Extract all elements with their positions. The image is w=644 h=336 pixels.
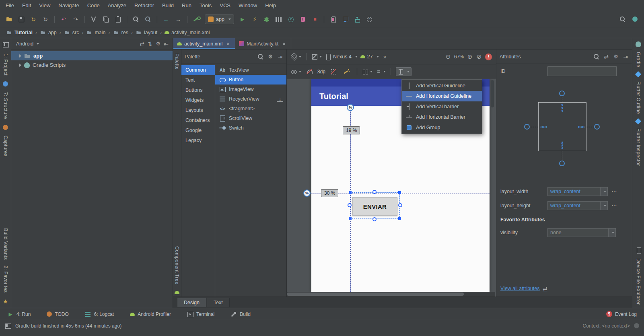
make-project-button[interactable] bbox=[191, 14, 202, 25]
breadcrumb-layout[interactable]: layout bbox=[134, 29, 158, 36]
toolwindow-tab-gradle[interactable]: Gradle bbox=[636, 52, 641, 67]
vertical-scrollbar-thumb[interactable] bbox=[491, 80, 494, 107]
breadcrumb-app[interactable]: app bbox=[39, 29, 58, 36]
constraint-anchor-right[interactable] bbox=[398, 203, 402, 207]
find-button[interactable] bbox=[131, 14, 141, 25]
tree-item-gradle-scripts[interactable]: Gradle Scripts bbox=[11, 60, 173, 70]
search-everywhere-button[interactable] bbox=[617, 14, 628, 25]
menu-item-add-group[interactable]: Add Group bbox=[402, 122, 482, 133]
toolwindow-event-log[interactable]: 5Event Log bbox=[606, 311, 637, 317]
horizontal-scrollbar[interactable] bbox=[287, 292, 495, 297]
menu-analyze[interactable]: Analyze bbox=[104, 0, 130, 11]
open-project-button[interactable] bbox=[4, 14, 14, 25]
toolwindow-tab-captures[interactable]: Captures bbox=[3, 136, 8, 157]
menu-code[interactable]: Code bbox=[83, 0, 104, 11]
collapse-all-icon[interactable] bbox=[147, 41, 153, 47]
profile-button[interactable] bbox=[274, 14, 284, 25]
breadcrumb-main[interactable]: main bbox=[85, 29, 107, 36]
toolwindow-tab-build-variants[interactable]: Build Variants bbox=[3, 228, 8, 260]
copy-button[interactable] bbox=[101, 14, 111, 25]
redo-button[interactable] bbox=[70, 14, 81, 25]
toolwindow-terminal[interactable]: Terminal bbox=[187, 311, 214, 317]
constraint-anchor-left[interactable] bbox=[524, 124, 530, 130]
device-selector[interactable]: Nexus 4 bbox=[325, 52, 358, 62]
api-level-selector[interactable]: 27 bbox=[360, 52, 379, 62]
component-switch[interactable]: Switch bbox=[215, 123, 286, 133]
resource-manager-icon[interactable] bbox=[3, 81, 8, 87]
toolwindow-tab-component-tree[interactable]: Component Tree bbox=[174, 246, 180, 284]
toolwindow-tab-flutter-outline[interactable]: Flutter Outline bbox=[636, 81, 641, 114]
layout-height-more-button[interactable]: ⋯ bbox=[611, 202, 617, 208]
stop-button[interactable] bbox=[310, 14, 320, 25]
help-button[interactable] bbox=[364, 14, 374, 25]
component-imageview[interactable]: ImageView bbox=[215, 85, 286, 94]
constraint-anchor-top[interactable] bbox=[559, 91, 565, 96]
category-buttons[interactable]: Buttons bbox=[181, 85, 215, 95]
project-view-selector[interactable]: Android bbox=[14, 41, 33, 47]
replace-button[interactable] bbox=[143, 14, 153, 25]
apply-changes-button[interactable] bbox=[249, 14, 260, 25]
resize-handle[interactable] bbox=[349, 217, 352, 220]
attach-debugger-button[interactable] bbox=[298, 14, 308, 25]
gear-icon[interactable] bbox=[155, 41, 161, 47]
tab-mainactivity-kt[interactable]: MainActivity.kt bbox=[235, 38, 291, 49]
infer-constraints-button[interactable] bbox=[342, 66, 352, 77]
category-google[interactable]: Google bbox=[181, 126, 215, 136]
close-icon[interactable] bbox=[226, 41, 230, 46]
toolwindow-build[interactable]: Build bbox=[230, 311, 251, 317]
minimize-panel-icon[interactable] bbox=[277, 54, 283, 60]
gear-icon[interactable] bbox=[613, 54, 619, 60]
component-scrollview[interactable]: ScrollView bbox=[215, 113, 286, 123]
gear-icon[interactable] bbox=[267, 54, 274, 60]
tab-activity-main-xml[interactable]: activity_main.xml bbox=[173, 38, 235, 49]
pack-button[interactable] bbox=[362, 66, 372, 77]
forward-button[interactable] bbox=[173, 14, 183, 25]
switch-view-icon[interactable] bbox=[139, 41, 145, 47]
layout-width-more-button[interactable]: ⋯ bbox=[611, 188, 617, 194]
sdk-manager-button[interactable] bbox=[352, 14, 362, 25]
dropdown-button[interactable] bbox=[600, 202, 607, 210]
category-legacy[interactable]: Legacy bbox=[181, 136, 215, 146]
menu-refactor[interactable]: Refactor bbox=[130, 0, 158, 11]
toolwindow-tab-palette[interactable]: Palette bbox=[174, 54, 180, 70]
toolwindow-logcat[interactable]: 6: Logcat bbox=[85, 311, 114, 317]
profiler-button[interactable] bbox=[286, 14, 296, 25]
toolwindow-tab-structure[interactable]: 7: Structure bbox=[3, 92, 8, 119]
toolwindow-tab-favorites[interactable]: 2: Favorites bbox=[3, 266, 8, 293]
toolbar-overflow-icon[interactable] bbox=[382, 54, 388, 60]
toolwindow-android-profiler[interactable]: Android Profiler bbox=[130, 311, 171, 317]
menu-item-add-horizontal-barrier[interactable]: Add Horizontal Barrier bbox=[402, 112, 482, 122]
component-fragment[interactable]: <><fragment> bbox=[215, 104, 286, 113]
vertical-guideline-anchor[interactable]: % bbox=[347, 104, 354, 111]
constraint-anchor-top[interactable] bbox=[372, 190, 377, 194]
horizontal-guideline-anchor[interactable]: % bbox=[303, 190, 311, 197]
constraint-anchor-bottom[interactable] bbox=[372, 217, 377, 221]
menu-build[interactable]: Build bbox=[158, 0, 178, 11]
flutter-icon[interactable] bbox=[635, 118, 642, 125]
updates-button[interactable] bbox=[630, 14, 640, 25]
layout-height-dropdown[interactable]: wrap_content bbox=[547, 201, 608, 210]
component-textview[interactable]: AbTextView bbox=[215, 65, 286, 75]
resize-handle[interactable] bbox=[349, 191, 352, 194]
menu-tools[interactable]: Tools bbox=[195, 0, 216, 11]
minimize-panel-icon[interactable] bbox=[622, 54, 629, 60]
align-button[interactable] bbox=[375, 66, 386, 77]
sync-gradle-button[interactable] bbox=[28, 14, 39, 25]
menu-help[interactable]: Help bbox=[261, 0, 280, 11]
resize-handle[interactable] bbox=[398, 191, 401, 194]
search-icon[interactable] bbox=[593, 54, 600, 60]
download-icon[interactable] bbox=[277, 96, 283, 102]
zoom-out-icon[interactable] bbox=[445, 54, 451, 60]
component-button[interactable]: Button bbox=[215, 75, 286, 85]
save-all-button[interactable] bbox=[16, 14, 27, 25]
constraint-widget[interactable] bbox=[538, 102, 586, 151]
run-configuration-selector[interactable]: app bbox=[205, 14, 234, 24]
category-layouts[interactable]: Layouts bbox=[181, 105, 215, 115]
scrollbar-thumb[interactable] bbox=[287, 293, 464, 296]
project-toolwindow-icon[interactable] bbox=[2, 41, 9, 48]
menu-item-add-vertical-barrier[interactable]: Add Vertical barrier bbox=[402, 101, 482, 112]
category-containers[interactable]: Containers bbox=[181, 115, 215, 126]
layout-width-dropdown[interactable]: wrap_content bbox=[547, 187, 608, 196]
zoom-in-icon[interactable] bbox=[467, 54, 473, 60]
search-icon[interactable] bbox=[257, 54, 264, 60]
